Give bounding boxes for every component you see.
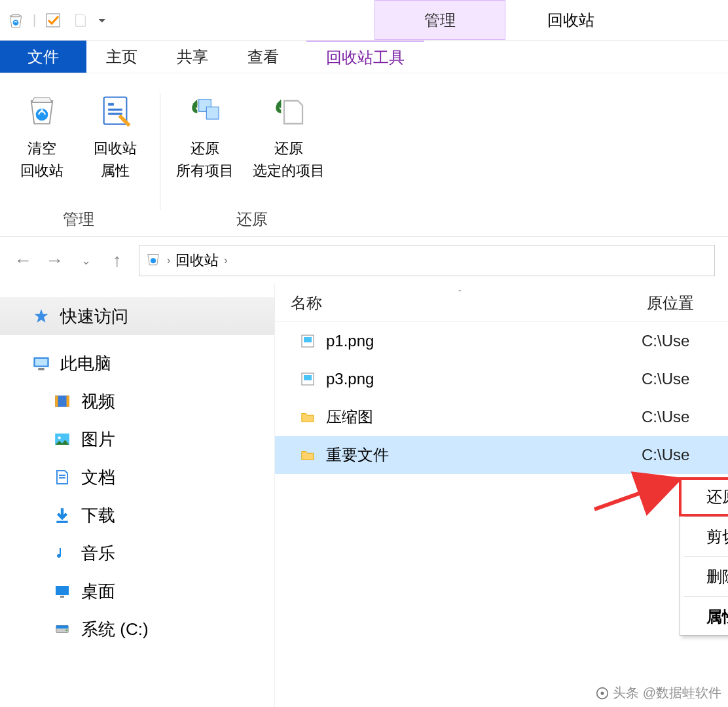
folder-icon bbox=[299, 408, 317, 426]
properties-icon bbox=[94, 89, 136, 131]
separator bbox=[684, 517, 728, 517]
ctx-properties[interactable]: 属性(R) bbox=[680, 598, 728, 635]
sidebar-item-quick-access[interactable]: 快速访问 bbox=[0, 297, 274, 335]
ctx-restore[interactable]: 还原(E) bbox=[680, 479, 728, 515]
folder-icon bbox=[299, 446, 317, 464]
up-button[interactable]: ↑ bbox=[107, 250, 127, 271]
label: 下载 bbox=[81, 504, 115, 527]
file-list: 名称 ˆ 原位置 p1.png C:\Use p3.png C:\Use 压缩图… bbox=[275, 284, 728, 707]
svg-point-32 bbox=[601, 691, 604, 695]
tab-recycle-bin-tools[interactable]: 回收站工具 bbox=[306, 41, 424, 73]
column-original-location[interactable]: 原位置 bbox=[642, 293, 728, 314]
label: 图片 bbox=[81, 428, 115, 451]
separator bbox=[684, 596, 728, 597]
label: 回收站 bbox=[20, 160, 64, 182]
svg-rect-1 bbox=[46, 14, 60, 27]
svg-rect-29 bbox=[304, 375, 312, 380]
svg-rect-19 bbox=[59, 477, 65, 479]
annotation-arrow bbox=[589, 471, 687, 517]
column-name[interactable]: 名称 ˆ bbox=[275, 293, 642, 314]
label: 桌面 bbox=[81, 580, 115, 603]
checkbox-icon[interactable] bbox=[43, 10, 64, 31]
file-name: 压缩图 bbox=[326, 407, 373, 427]
window-title: 回收站 bbox=[505, 0, 636, 40]
tab-file[interactable]: 文件 bbox=[0, 41, 86, 73]
label: 还原 bbox=[176, 137, 234, 160]
label: 系统 (C:) bbox=[81, 618, 149, 641]
svg-line-30 bbox=[594, 480, 676, 509]
contextual-tab-group-manage: 管理 bbox=[374, 0, 505, 40]
video-icon bbox=[52, 391, 72, 411]
tab-share[interactable]: 共享 bbox=[157, 41, 228, 73]
svg-point-25 bbox=[65, 629, 67, 631]
tab-home[interactable]: 主页 bbox=[86, 41, 157, 73]
qat-dropdown-icon[interactable]: ⏷ bbox=[98, 15, 107, 26]
navigation-sidebar: 快速访问 此电脑 视频 图片 文档 下载 音乐 桌面 bbox=[0, 284, 275, 707]
label: 视频 bbox=[81, 390, 115, 413]
ribbon: 清空回收站 回收站属性 管理 还原所有项目 还原 bbox=[0, 73, 728, 237]
svg-rect-15 bbox=[67, 395, 69, 407]
label: 此电脑 bbox=[60, 352, 111, 375]
history-dropdown[interactable]: ⌄ bbox=[76, 253, 96, 268]
recycle-bin-large-icon bbox=[21, 89, 63, 131]
restore-all-icon bbox=[184, 89, 226, 131]
recycle-bin-properties-button[interactable]: 回收站属性 bbox=[80, 86, 151, 205]
sidebar-item-documents[interactable]: 文档 bbox=[0, 458, 274, 496]
drive-icon bbox=[52, 619, 72, 639]
forward-button[interactable]: → bbox=[45, 250, 64, 271]
svg-rect-22 bbox=[60, 596, 64, 598]
sidebar-item-downloads[interactable]: 下载 bbox=[0, 496, 274, 534]
ctx-delete[interactable]: 删除(D) bbox=[680, 558, 728, 595]
chevron-right-icon[interactable]: › bbox=[224, 255, 227, 266]
sidebar-item-videos[interactable]: 视频 bbox=[0, 382, 274, 420]
tab-view[interactable]: 查看 bbox=[228, 41, 299, 73]
sidebar-item-this-pc[interactable]: 此电脑 bbox=[0, 344, 274, 382]
svg-rect-8 bbox=[206, 107, 219, 119]
pictures-icon bbox=[52, 429, 72, 449]
file-row[interactable]: p1.png C:\Use bbox=[275, 322, 728, 360]
file-row[interactable]: p3.png C:\Use bbox=[275, 360, 728, 398]
restore-selected-button[interactable]: 还原选定的项目 bbox=[243, 86, 335, 205]
recycle-bin-icon bbox=[145, 250, 162, 271]
quick-access-toolbar: | ⏷ bbox=[0, 0, 112, 40]
svg-rect-24 bbox=[56, 626, 68, 629]
empty-recycle-bin-button[interactable]: 清空回收站 bbox=[7, 86, 77, 205]
file-name: 重要文件 bbox=[326, 444, 389, 465]
download-icon bbox=[52, 505, 72, 525]
restore-all-button[interactable]: 还原所有项目 bbox=[170, 86, 240, 205]
label: 名称 bbox=[291, 294, 322, 312]
column-headers: 名称 ˆ 原位置 bbox=[275, 284, 728, 322]
separator bbox=[684, 556, 728, 557]
image-file-icon bbox=[299, 332, 317, 350]
watermark: 头条 @数据蛙软件 bbox=[596, 684, 721, 702]
watermark-icon bbox=[596, 687, 609, 700]
svg-point-9 bbox=[151, 258, 156, 263]
ribbon-tabs: 文件 主页 共享 查看 回收站工具 bbox=[0, 41, 728, 73]
label: 选定的项目 bbox=[253, 160, 325, 182]
breadcrumb-location[interactable]: 回收站 bbox=[175, 251, 219, 270]
sidebar-item-desktop[interactable]: 桌面 bbox=[0, 572, 274, 610]
label: 属性 bbox=[94, 160, 137, 182]
label: 清空 bbox=[20, 137, 64, 160]
label: 回收站 bbox=[94, 137, 137, 160]
file-location: C:\Use bbox=[642, 370, 728, 388]
group-label-manage: 管理 bbox=[63, 205, 94, 236]
ctx-cut[interactable]: 剪切(T) bbox=[680, 518, 728, 555]
label: 音乐 bbox=[81, 542, 115, 565]
back-button[interactable]: ← bbox=[13, 250, 33, 271]
desktop-icon bbox=[52, 581, 72, 601]
sidebar-item-pictures[interactable]: 图片 bbox=[0, 420, 274, 458]
file-row-selected[interactable]: 重要文件 C:\Use bbox=[275, 436, 728, 474]
music-icon bbox=[52, 543, 72, 563]
sidebar-item-music[interactable]: 音乐 bbox=[0, 534, 274, 572]
sidebar-item-system-c[interactable]: 系统 (C:) bbox=[0, 610, 274, 648]
restore-selected-icon bbox=[268, 89, 310, 131]
label: 所有项目 bbox=[176, 160, 234, 182]
svg-point-17 bbox=[58, 437, 61, 439]
chevron-right-icon[interactable]: › bbox=[167, 255, 170, 266]
document-icon[interactable] bbox=[70, 10, 91, 31]
file-row[interactable]: 压缩图 C:\Use bbox=[275, 398, 728, 436]
address-bar[interactable]: › 回收站 › bbox=[139, 245, 715, 276]
svg-rect-6 bbox=[108, 113, 122, 115]
file-location: C:\Use bbox=[642, 446, 728, 464]
